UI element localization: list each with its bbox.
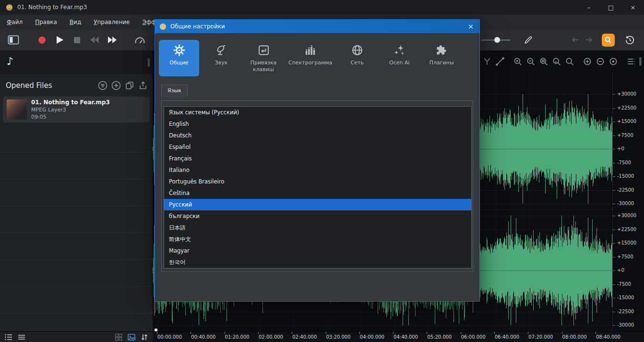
- language-option[interactable]: Deutsch: [164, 130, 471, 141]
- edit-tool-button[interactable]: [523, 29, 534, 50]
- filter-icon[interactable]: [98, 81, 107, 90]
- time-label: 06:00.000: [461, 334, 486, 340]
- zoom-fit-icon[interactable]: [552, 57, 561, 66]
- amplitude-scale[interactable]: +30000+22500+15000+7500+0-7500-15000-225…: [612, 73, 644, 331]
- details-view-icon[interactable]: [4, 333, 13, 342]
- ocenaudio-logo-icon: [602, 34, 615, 47]
- amplitude-label: +15000: [613, 240, 636, 245]
- list-view-icon[interactable]: [17, 333, 26, 342]
- amplitude-label: +22500: [613, 227, 636, 232]
- language-option[interactable]: Español: [164, 141, 471, 153]
- vertical-zoom-fit-icon[interactable]: [608, 57, 618, 66]
- panel-resize-handle[interactable]: [639, 57, 642, 66]
- menu-item[interactable]: Правка: [35, 19, 57, 25]
- draw-line-icon[interactable]: [495, 57, 505, 66]
- zoom-full-icon[interactable]: [565, 57, 574, 66]
- vertical-zoom-out-icon[interactable]: [596, 57, 605, 66]
- language-option[interactable]: български: [164, 210, 471, 222]
- zoom-out-icon[interactable]: [526, 57, 536, 66]
- stop-button[interactable]: [73, 29, 81, 50]
- sidebar-statusbar: [0, 332, 153, 342]
- history-button[interactable]: [623, 29, 636, 50]
- time-label: 07:20.000: [528, 334, 553, 340]
- file-item[interactable]: 01. Nothing to Fear.mp3 MPEG Layer3 09:0…: [3, 97, 150, 122]
- tab-label: Плагины: [429, 60, 454, 66]
- tab-plugins[interactable]: Плагины: [421, 40, 462, 76]
- dialog-titlebar[interactable]: Общие настройки ×: [155, 20, 479, 33]
- volume-slider[interactable]: [481, 29, 511, 50]
- export-icon[interactable]: [138, 81, 148, 90]
- preferences-tab-bar: Общие Звук Привязка клавиш Спектрограмма: [155, 33, 479, 79]
- redo-button[interactable]: [584, 29, 594, 50]
- menu-item[interactable]: Вид: [70, 19, 81, 25]
- maximize-button[interactable]: □: [600, 0, 622, 14]
- dialog-close-button[interactable]: ×: [465, 21, 477, 32]
- language-option[interactable]: Русский: [164, 199, 471, 210]
- window-controls: – □ ×: [578, 0, 644, 14]
- globe-icon: [351, 44, 364, 57]
- zoom-in-icon[interactable]: [513, 57, 523, 66]
- menu-item[interactable]: Файл: [7, 19, 23, 25]
- close-button[interactable]: ×: [622, 0, 644, 14]
- tab-label: Привязка клавиш: [248, 60, 279, 73]
- sidebar-toggle-icon: [8, 35, 19, 45]
- tab-spectrogram[interactable]: Спектрограмма: [286, 40, 335, 76]
- thumbnail-view-icon[interactable]: [127, 333, 136, 342]
- time-label: 04:40.000: [394, 334, 418, 340]
- play-button[interactable]: [54, 29, 65, 50]
- skip-back-icon: [90, 37, 99, 43]
- settings-section-tabs: Язык: [161, 84, 479, 97]
- amplitude-label: +7500: [613, 254, 633, 259]
- redo-arrow-icon: [585, 37, 593, 43]
- waveform-menu-icon[interactable]: [626, 57, 636, 66]
- compact-view-icon[interactable]: [114, 333, 123, 342]
- tab-ocen-ai[interactable]: Ocen Ai: [379, 40, 419, 76]
- app-window: 01. Nothing to Fear.mp3 – □ × ФайлПравка…: [0, 0, 644, 342]
- toggle-sidebar-button[interactable]: [7, 29, 20, 50]
- menu-item[interactable]: Управление: [94, 19, 130, 25]
- volume-knob[interactable]: [494, 37, 500, 43]
- skip-back-button[interactable]: [89, 29, 100, 50]
- minimize-button[interactable]: –: [578, 0, 600, 14]
- language-option[interactable]: 한국어: [164, 256, 471, 268]
- language-option[interactable]: 日本語: [164, 222, 471, 233]
- time-label: 00:40.000: [191, 334, 215, 340]
- tab-sound[interactable]: Звук: [201, 40, 241, 76]
- language-option[interactable]: Italiano: [164, 164, 471, 176]
- fast-forward-icon: [107, 37, 117, 43]
- language-option[interactable]: 简体中文: [164, 233, 471, 245]
- tab-language[interactable]: Язык: [161, 85, 188, 97]
- undo-arrow-icon: [572, 37, 579, 43]
- file-title: 01. Nothing to Fear.mp3: [31, 99, 110, 106]
- zoom-selection-icon[interactable]: [539, 57, 549, 66]
- time-label: 08:40.000: [596, 334, 620, 340]
- add-file-icon[interactable]: [111, 81, 121, 90]
- language-option[interactable]: Magyar: [164, 245, 471, 256]
- fast-forward-button[interactable]: [107, 29, 118, 50]
- tab-key-bindings[interactable]: Привязка клавиш: [243, 40, 284, 76]
- sidebar-resize-handle[interactable]: [148, 58, 150, 67]
- tab-general[interactable]: Общие: [159, 40, 199, 76]
- amplitude-scale-channel-2: +30000+22500+15000+7500+0-7500-15000-225…: [613, 73, 644, 331]
- language-option[interactable]: Čeština: [164, 187, 471, 199]
- undo-button[interactable]: [571, 29, 580, 50]
- playback-speed-button[interactable]: [133, 29, 146, 50]
- record-icon: [38, 37, 46, 44]
- language-option[interactable]: Português Brasileiro: [164, 176, 471, 187]
- timeline-ruler[interactable]: 00:00.00000:40.00001:20.00002:00.00002:4…: [153, 332, 644, 342]
- window-titlebar: 01. Nothing to Fear.mp3 – □ ×: [0, 0, 644, 14]
- sort-order-icon[interactable]: [140, 333, 149, 342]
- tab-network[interactable]: Сеть: [337, 40, 377, 76]
- opened-files-list: 01. Nothing to Fear.mp3 MPEG Layer3 09:0…: [0, 96, 153, 331]
- record-button[interactable]: [37, 29, 46, 50]
- language-option[interactable]: Язык системы (Русский): [164, 107, 471, 118]
- duplicate-icon[interactable]: [125, 81, 134, 90]
- ocenaudio-logo-button[interactable]: [601, 29, 615, 50]
- time-label: 00:00.000: [157, 334, 182, 340]
- merge-channels-icon[interactable]: [482, 57, 492, 66]
- vertical-zoom-in-icon[interactable]: [583, 57, 592, 66]
- file-list-empty-rows: [0, 125, 153, 331]
- language-option[interactable]: Français: [164, 153, 471, 164]
- language-option[interactable]: English: [164, 118, 471, 130]
- amplitude-label: -22500: [613, 309, 634, 314]
